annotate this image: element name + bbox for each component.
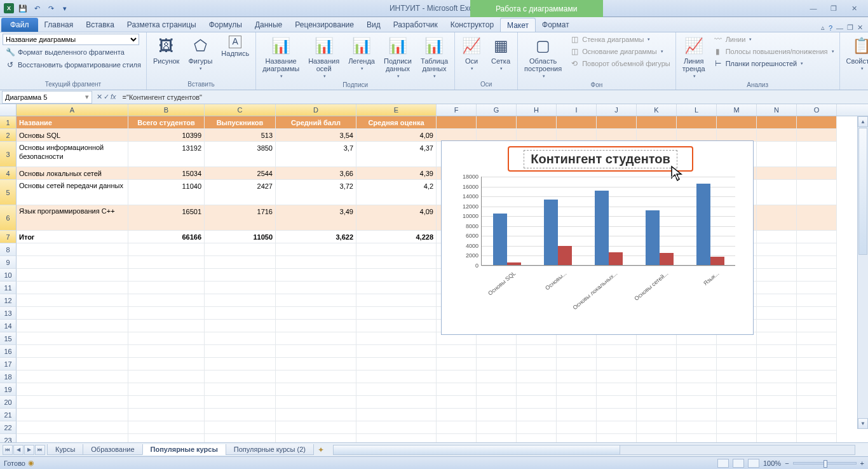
cell[interactable] [356, 409, 437, 421]
cell[interactable] [17, 345, 128, 358]
cell[interactable] [757, 370, 797, 383]
updown-bars-button[interactable]: ▮Полосы повышения/понижения [710, 46, 837, 57]
column-header-E[interactable]: E [356, 104, 437, 116]
doc-restore-icon[interactable]: ❐ [847, 24, 853, 32]
chart-title-text[interactable]: Контингент студентов [524, 150, 677, 168]
cell[interactable] [797, 396, 837, 409]
cell[interactable] [557, 409, 597, 421]
cell[interactable] [637, 421, 677, 434]
cell[interactable] [797, 358, 837, 370]
row-header-11[interactable]: 11 [0, 282, 17, 294]
cell[interactable] [597, 129, 637, 142]
cell[interactable] [597, 358, 637, 370]
cell[interactable] [557, 421, 597, 434]
cell[interactable]: Основы локальных сетей [17, 167, 128, 180]
cell[interactable] [356, 320, 437, 332]
zoom-in-button[interactable]: + [860, 459, 864, 467]
page-break-view-button[interactable] [748, 459, 759, 468]
cell[interactable] [276, 370, 356, 383]
cell[interactable] [477, 421, 517, 434]
cell[interactable] [717, 421, 757, 434]
tab-design[interactable]: Конструктор [444, 18, 500, 32]
tab-developer[interactable]: Разработчик [387, 18, 444, 32]
cell[interactable]: 3850 [205, 142, 276, 167]
cell[interactable]: 3,49 [276, 205, 356, 231]
cell[interactable] [637, 383, 677, 396]
cell[interactable]: 1716 [205, 205, 276, 231]
cell[interactable] [757, 180, 797, 205]
cell[interactable] [356, 421, 437, 434]
cell[interactable] [557, 116, 597, 129]
cell[interactable] [17, 269, 128, 282]
cell[interactable] [17, 383, 128, 396]
chart-title-selected[interactable]: Контингент студентов [508, 146, 693, 172]
row-header-20[interactable]: 20 [0, 396, 17, 409]
minimize-ribbon-icon[interactable]: ▵ [821, 24, 825, 32]
undo-icon[interactable]: ↶ [31, 2, 43, 15]
cell[interactable] [276, 320, 356, 332]
cell[interactable] [757, 396, 797, 409]
cell[interactable] [128, 256, 205, 269]
cell[interactable] [276, 345, 356, 358]
cell[interactable] [597, 409, 637, 421]
help-icon[interactable]: ? [829, 24, 832, 32]
cell[interactable] [128, 409, 205, 421]
cell[interactable]: 4,228 [356, 231, 437, 243]
cell[interactable] [757, 421, 797, 434]
row-header-21[interactable]: 21 [0, 409, 17, 421]
column-header-A[interactable]: A [17, 104, 128, 116]
cell[interactable] [205, 421, 276, 434]
cell[interactable] [557, 383, 597, 396]
cell[interactable] [437, 345, 477, 358]
cell[interactable] [437, 129, 477, 142]
cell[interactable]: Название [17, 116, 128, 129]
tab-home[interactable]: Главная [38, 18, 80, 32]
cell[interactable] [276, 332, 356, 345]
cell[interactable] [17, 332, 128, 345]
cell[interactable] [276, 294, 356, 307]
cell[interactable] [757, 383, 797, 396]
tab-view[interactable]: Вид [360, 18, 387, 32]
cell[interactable]: 4,09 [356, 129, 437, 142]
row-header-9[interactable]: 9 [0, 256, 17, 269]
properties-button[interactable]: 📋Свойства [843, 34, 869, 73]
restore-button[interactable]: ❐ [826, 3, 841, 13]
column-header-K[interactable]: K [637, 104, 677, 116]
column-header-H[interactable]: H [517, 104, 557, 116]
cell[interactable] [356, 243, 437, 256]
format-selection-button[interactable]: 🔧Формат выделенного фрагмента [3, 46, 144, 58]
chart-element-selector[interactable]: Название диаграммы [3, 34, 139, 45]
cell[interactable] [797, 307, 837, 320]
cell[interactable] [637, 370, 677, 383]
cell[interactable] [437, 370, 477, 383]
horizontal-scrollbar[interactable] [333, 445, 855, 455]
cell[interactable]: 3,72 [276, 180, 356, 205]
chart-plot-area[interactable]: 0200040006000800010000120001400016000180… [454, 177, 740, 323]
cell[interactable]: 4,09 [356, 205, 437, 231]
cell[interactable] [128, 421, 205, 434]
cell[interactable] [356, 282, 437, 294]
textbox-button[interactable]: AНадпись [217, 34, 253, 59]
worksheet-grid[interactable]: 1НазваниеВсего студентовВыпускниковСредн… [0, 116, 868, 444]
cell[interactable] [276, 269, 356, 282]
row-header-7[interactable]: 7 [0, 231, 17, 243]
cell[interactable] [517, 116, 557, 129]
picture-button[interactable]: 🖼Рисунок [149, 34, 184, 67]
cell[interactable] [797, 231, 837, 243]
cell[interactable] [276, 421, 356, 434]
cell[interactable] [477, 358, 517, 370]
cell[interactable] [17, 370, 128, 383]
cell[interactable] [717, 396, 757, 409]
normal-view-button[interactable] [717, 459, 729, 468]
doc-minimize-icon[interactable]: — [836, 24, 843, 32]
last-sheet-button[interactable]: ⏭ [35, 445, 45, 455]
first-sheet-button[interactable]: ⏮ [3, 445, 13, 455]
cell[interactable] [205, 345, 276, 358]
cell[interactable] [205, 282, 276, 294]
row-header-10[interactable]: 10 [0, 269, 17, 282]
cell[interactable] [797, 409, 837, 421]
row-header-22[interactable]: 22 [0, 421, 17, 434]
cell[interactable] [356, 370, 437, 383]
cell[interactable]: 13192 [128, 142, 205, 167]
cell[interactable] [477, 345, 517, 358]
